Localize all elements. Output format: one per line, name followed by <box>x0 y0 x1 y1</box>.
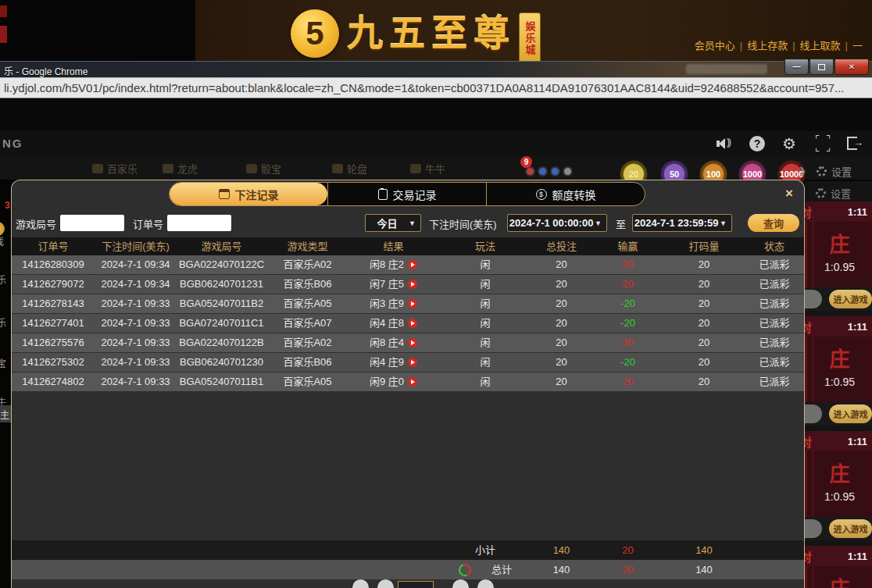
mini-chip[interactable] <box>563 166 573 176</box>
volume-icon[interactable]: )) <box>716 135 734 152</box>
address-bar[interactable]: li.ydjol.com/h5V01/pc/index.html?return=… <box>0 77 872 98</box>
spacer <box>266 540 348 560</box>
cell-volume: 20 <box>665 333 743 352</box>
spacer <box>177 560 266 579</box>
cell-game-type: 百家乐A05 <box>266 372 348 391</box>
last-page-button[interactable] <box>477 579 494 588</box>
cell-round-no: BGA0224070122B <box>177 333 266 352</box>
start-time-select[interactable]: 2024-7-1 00:00:00 ▼ <box>507 214 607 232</box>
prev-page-button[interactable] <box>377 579 394 588</box>
table-row[interactable]: 141262803092024-7-1 09:34BGA0224070122C百… <box>12 255 805 274</box>
game-bet-cell[interactable]: 对1:11庄1:0.95进入游戏 <box>805 316 872 427</box>
chip-more-arrow[interactable]: ❯ <box>799 166 806 176</box>
table-row[interactable]: 141262748022024-7-1 09:33BGA052407011B1百… <box>12 372 805 391</box>
replay-icon[interactable] <box>408 358 417 367</box>
bet-records-modal: 下注记录 交易记录 $ 额度转换 × 游戏局号 订单号 今日 ▼ 下注时间(美东… <box>11 180 805 588</box>
table-row[interactable]: 141262781432024-7-1 09:33BGA052407011B2百… <box>12 294 805 313</box>
banker-label: 庄 <box>807 337 872 372</box>
page-number-input[interactable] <box>398 581 434 588</box>
end-time-select[interactable]: 2024-7-1 23:59:59 ▼ <box>632 214 732 232</box>
table-row[interactable]: 141262774012024-7-1 09:33BGA072407011C1百… <box>12 314 805 333</box>
result-text: 闲7 庄5 <box>370 275 404 294</box>
page-gap <box>0 98 872 131</box>
restore-button[interactable] <box>809 59 834 75</box>
game-bet-cell[interactable]: 对1:11庄1:0.95进入游戏 <box>805 431 872 542</box>
secondary-button[interactable] <box>805 404 822 423</box>
banker-bet-area[interactable]: 庄1:0.95 <box>805 222 872 287</box>
tie-odds: 1:11 <box>848 436 872 447</box>
close-window-button[interactable]: ✕ <box>834 59 869 75</box>
table-row[interactable]: 141262755762024-7-1 09:33BGA0224070122B百… <box>12 333 805 352</box>
fullscreen-icon[interactable]: ⌜⌝⌞⌟ <box>813 135 832 152</box>
total-total-bet: 140 <box>532 560 591 579</box>
banker-odds: 1:0.95 <box>807 261 872 273</box>
close-icon[interactable]: × <box>785 187 793 200</box>
nav-item[interactable]: 轮盘 <box>332 161 367 176</box>
replay-icon[interactable] <box>408 338 417 347</box>
secondary-button[interactable] <box>805 519 822 538</box>
help-icon[interactable]: ? <box>749 136 765 151</box>
nav-item-label: 轮盘 <box>347 161 367 176</box>
nav-item[interactable]: 百家乐 <box>92 161 138 176</box>
banker-bet-area[interactable]: 庄1:0.95 <box>805 451 872 517</box>
side-settings-button[interactable]: 设置 <box>816 186 851 201</box>
nav-item-label: 百家乐 <box>107 161 138 176</box>
minimize-button[interactable]: — <box>784 59 809 75</box>
nav-item[interactable]: 牛牛 <box>410 161 445 176</box>
gear-icon[interactable]: ⚙ <box>780 135 799 152</box>
tab-transaction-records[interactable]: 交易记录 <box>327 183 486 205</box>
game-bet-cell[interactable]: 对1:11庄1:0.95进入游戏 <box>805 201 872 312</box>
cell-play: 闲 <box>438 314 532 333</box>
game-category-icon <box>163 164 173 173</box>
next-page-button[interactable] <box>452 579 469 588</box>
replay-icon[interactable] <box>408 377 417 387</box>
banker-bet-area[interactable]: 庄1:0.95 <box>805 566 872 588</box>
replay-icon[interactable] <box>408 319 417 328</box>
result-text: 闲3 庄9 <box>370 294 404 313</box>
replay-icon[interactable] <box>408 260 417 269</box>
game-toolbar: NG )) ? ⚙ ⌜⌝⌞⌟ → <box>0 131 872 156</box>
tab-quota-transfer[interactable]: $ 额度转换 <box>486 183 645 205</box>
top-link[interactable]: 线上取款 <box>800 40 841 52</box>
top-link[interactable]: 会员中心 <box>695 40 735 52</box>
order-no-input[interactable] <box>167 215 231 231</box>
records-header: 订单号下注时间(美东)游戏局号游戏类型结果玩法总投注输赢打码量状态 <box>12 237 805 255</box>
game-round-input[interactable] <box>60 215 124 231</box>
game-category-icon <box>246 164 257 173</box>
table-row[interactable]: 141262790722024-7-1 09:34BGB06240701231百… <box>12 275 805 294</box>
game-bet-cell[interactable]: 对1:11庄1:0.95进入游戏 <box>805 546 872 588</box>
nav-item[interactable]: 龙虎 <box>163 161 198 176</box>
chip-settings-button[interactable]: 设置 <box>817 164 852 179</box>
banker-bet-area[interactable]: 庄1:0.95 <box>805 337 872 402</box>
cell-result: 闲4 庄9 <box>348 353 438 372</box>
refresh-icon[interactable] <box>456 561 473 578</box>
mini-chip[interactable] <box>550 166 560 176</box>
column-header: 游戏局号 <box>177 237 266 255</box>
first-page-button[interactable] <box>352 579 369 588</box>
enter-game-button[interactable]: 进入游戏 <box>829 404 872 423</box>
bet-cell-buttons: 进入游戏 <box>805 287 872 311</box>
exit-icon[interactable]: → <box>847 135 866 152</box>
url-text: li.ydjol.com/h5V01/pc/index.html?return=… <box>4 81 845 94</box>
browser-titlebar[interactable]: 乐 - Google Chrome — ✕ <box>0 61 872 77</box>
cell-bet-time: 2024-7-1 09:33 <box>95 353 177 372</box>
end-time-value: 2024-7-1 23:59:59 <box>633 217 720 229</box>
exit-arrow: → <box>853 137 863 148</box>
secondary-button[interactable] <box>805 290 822 308</box>
red-fragment <box>0 26 7 43</box>
top-link[interactable]: 一 <box>852 40 863 52</box>
nav-item[interactable]: 骰宝 <box>246 161 281 176</box>
replay-icon[interactable] <box>408 280 417 289</box>
mini-chip[interactable] <box>538 166 548 176</box>
order-no-label: 订单号 <box>133 216 163 231</box>
top-link[interactable]: 线上存款 <box>747 40 788 52</box>
enter-game-button[interactable]: 进入游戏 <box>829 290 872 308</box>
table-row[interactable]: 141262753022024-7-1 09:33BGB06240701230百… <box>12 353 805 372</box>
enter-game-button[interactable]: 进入游戏 <box>829 519 872 538</box>
date-range-select[interactable]: 今日 ▼ <box>365 214 421 232</box>
search-button[interactable]: 查询 <box>748 214 799 232</box>
tie-label: 对 <box>805 433 848 450</box>
tab-bet-records[interactable]: 下注记录 <box>170 183 327 205</box>
replay-icon[interactable] <box>408 299 417 308</box>
clipboard-icon <box>378 189 388 200</box>
